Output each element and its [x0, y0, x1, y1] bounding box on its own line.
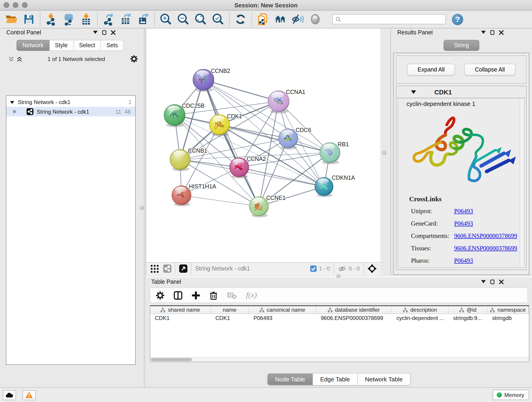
left-splitter-handle[interactable]	[140, 206, 144, 210]
show-columns-icon[interactable]	[174, 291, 182, 300]
gear-icon[interactable]	[130, 55, 138, 63]
refresh-view-button[interactable]	[232, 12, 249, 27]
vertical-splitter-left[interactable]	[144, 28, 146, 387]
node-RB1[interactable]	[320, 143, 340, 163]
vertical-splitter-right[interactable]	[380, 28, 391, 275]
node-CCNE1[interactable]	[249, 197, 268, 216]
column-header-canonical-name[interactable]: canonical name	[249, 306, 316, 313]
table-cell[interactable]: stringdb:9...	[449, 314, 488, 322]
collapse-all-button[interactable]: Collapse All	[464, 64, 515, 76]
collapse-all-icon[interactable]	[8, 56, 14, 62]
tab-network[interactable]: Network	[17, 40, 50, 51]
add-column-icon[interactable]	[191, 291, 200, 300]
zoom-fit-button[interactable]	[192, 12, 209, 27]
crosslink-link[interactable]: P06493	[454, 257, 473, 264]
tab-network-table[interactable]: Network Table	[358, 373, 410, 385]
network-canvas[interactable]: CCNB2CCNA1CDC25BCDK1CDC6RB1CCNB1CCNA2CDK…	[146, 28, 381, 262]
import-network-database-button[interactable]	[60, 12, 77, 27]
table-cell[interactable]: 9606.ENSP00000378699	[316, 314, 392, 322]
memory-button[interactable]: Memory	[492, 390, 529, 400]
delete-column-icon[interactable]	[209, 291, 218, 300]
column-header-database-identifier[interactable]: database identifier	[316, 306, 392, 313]
edge-CCNA2-CDKN1A[interactable]	[239, 167, 324, 186]
expand-all-button[interactable]: Expand All	[407, 64, 455, 76]
table-settings-gear-icon[interactable]	[156, 291, 165, 300]
export-network-button[interactable]	[100, 12, 117, 27]
column-header-name[interactable]: name	[211, 306, 249, 313]
column-header-@id[interactable]: @id	[449, 306, 488, 313]
tree-expander-icon[interactable]	[10, 101, 14, 104]
tab-sets[interactable]: Sets	[101, 40, 124, 51]
table-horizontal-scrollbar[interactable]	[150, 357, 529, 362]
close-panel-icon[interactable]	[499, 30, 504, 35]
column-header-shared-name[interactable]: shared name	[150, 306, 211, 313]
gene-section-header[interactable]: CDK1	[396, 86, 526, 98]
network-row-selected[interactable]: String Network - cdk1 11 48	[6, 107, 135, 116]
table-cell[interactable]: cyclin-dependent ...	[392, 314, 449, 322]
toolbar-separator	[154, 12, 155, 26]
open-in-window-icon[interactable]	[179, 264, 187, 273]
crosslink-link[interactable]: 9606.ENSP00000378699	[454, 232, 517, 240]
zoom-selected-button[interactable]	[209, 12, 227, 27]
node-HIST1H1A[interactable]	[172, 186, 191, 205]
table-cell[interactable]: P06493	[249, 314, 316, 322]
node-CCNB1[interactable]	[170, 149, 190, 170]
table-cell[interactable]: CDK1	[150, 314, 211, 322]
results-scrollbar[interactable]	[520, 99, 524, 267]
first-neighbors-button[interactable]	[272, 12, 289, 27]
zoom-out-button[interactable]	[175, 12, 192, 27]
scrollbar-thumb[interactable]	[151, 358, 192, 361]
import-network-file-button[interactable]	[43, 12, 60, 27]
column-header-namespace[interactable]: namespace	[488, 306, 529, 313]
warnings-button[interactable]	[22, 390, 36, 400]
export-image-button[interactable]	[135, 12, 152, 27]
panel-menu-icon[interactable]	[93, 31, 98, 34]
selected-checkbox-icon[interactable]	[310, 265, 317, 272]
crosslink-label: Uniprot:	[411, 207, 454, 215]
node-CDC6[interactable]	[279, 129, 298, 148]
float-panel-icon[interactable]	[490, 30, 494, 35]
table-row[interactable]: CDK1CDK1P064939606.ENSP00000378699cyclin…	[150, 314, 529, 322]
tab-edge-table[interactable]: Edge Table	[313, 373, 358, 385]
search-input[interactable]	[343, 17, 443, 22]
zoom-in-button[interactable]	[157, 12, 175, 27]
edge-CCNB2-CCNA1[interactable]	[203, 80, 279, 101]
fit-selected-icon[interactable]	[367, 264, 377, 273]
float-panel-icon[interactable]	[102, 30, 106, 35]
tab-style[interactable]: Style	[50, 40, 74, 51]
column-header-description[interactable]: description	[392, 306, 449, 313]
export-table-button[interactable]	[117, 12, 135, 27]
hide-selected-button[interactable]	[289, 12, 307, 27]
crosslink-link[interactable]: P06493	[454, 207, 473, 215]
close-panel-icon[interactable]	[499, 279, 504, 284]
table-cell[interactable]: stringdb	[488, 314, 529, 322]
horizontal-splitter[interactable]	[146, 275, 532, 278]
network-badge-icon[interactable]	[163, 264, 171, 273]
tab-select[interactable]: Select	[74, 40, 101, 51]
panel-menu-icon[interactable]	[481, 280, 486, 283]
tab-string[interactable]: String	[443, 40, 479, 51]
table-cell[interactable]: CDK1	[211, 314, 249, 322]
expand-all-icon[interactable]	[17, 56, 22, 62]
show-all-button[interactable]	[307, 12, 324, 27]
close-panel-icon[interactable]	[111, 30, 115, 35]
grid-view-icon[interactable]	[151, 265, 158, 273]
help-button[interactable]: ?	[449, 12, 466, 27]
edge-HIST1H1A-CCNE1[interactable]	[181, 195, 259, 206]
clone-network-button[interactable]	[254, 12, 272, 27]
float-panel-icon[interactable]	[490, 279, 494, 284]
section-expander-icon[interactable]	[411, 90, 416, 94]
network-collection-row[interactable]: String Network - cdk1 1	[6, 98, 135, 107]
open-session-button[interactable]	[3, 12, 20, 27]
panel-menu-icon[interactable]	[481, 31, 486, 34]
tab-node-table[interactable]: Node Table	[267, 373, 313, 385]
node-CCNA2[interactable]	[230, 158, 249, 177]
node-CDK1[interactable]	[209, 115, 230, 135]
import-table-file-button[interactable]	[77, 12, 95, 27]
node-CDKN1A[interactable]	[315, 177, 333, 196]
cloud-status-button[interactable]	[3, 390, 16, 400]
crosslink-link[interactable]: 9606.ENSP00000378699	[454, 245, 517, 252]
save-session-button[interactable]	[20, 12, 38, 27]
right-splitter-handle[interactable]	[382, 151, 386, 155]
crosslink-link[interactable]: P06493	[454, 220, 473, 227]
